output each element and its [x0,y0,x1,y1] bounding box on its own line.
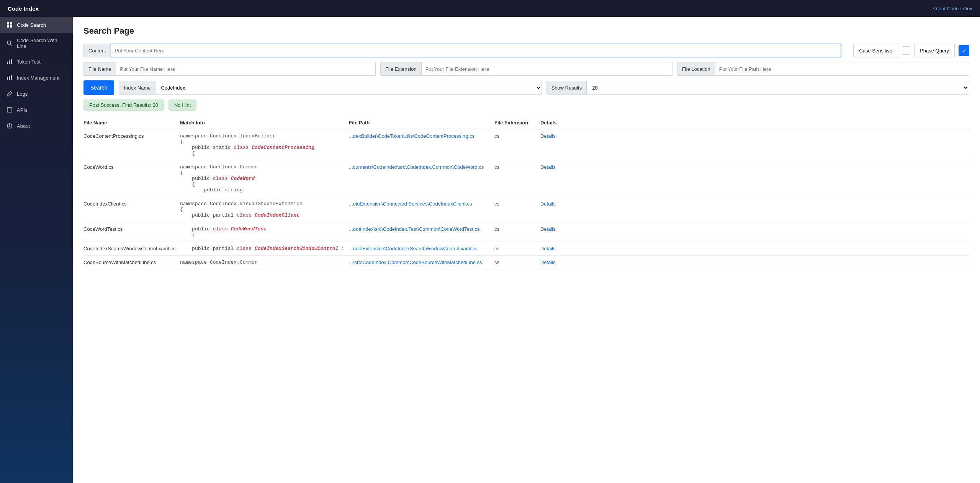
col-details: Details [540,117,969,129]
sidebar-item-about[interactable]: About [0,118,73,134]
cell-match-info: namespace CodeIndex.IndexBuilder { publi… [180,129,349,160]
table-row: CodeWord.cs namespace CodeIndex.Common {… [83,160,969,197]
content-input[interactable] [111,44,841,57]
sidebar-item-code-search-line[interactable]: Code Search With Line [0,33,73,54]
right-controls: Case Sensitive Phase Query ✓ [853,44,969,57]
details-link[interactable]: Details [540,133,556,139]
cell-extension: cs [494,222,540,242]
cell-file-name: CodeContentProcessing.cs [83,129,180,160]
col-file-path: File Path [349,117,494,129]
cell-file-path: ...cuments\CodeIndex\src\CodeIndex.Commo… [349,160,494,197]
top-bar: Code Index About Code Index [0,0,980,17]
cell-details[interactable]: Details [540,197,969,222]
show-results-label: Show Results [546,81,587,95]
app-body: Code Search Code Search With Line Token … [0,17,980,483]
sidebar-item-label: Token Test [17,59,41,65]
table-header-row: File Name Match Info File Path File Exte… [83,117,969,129]
sidebar-item-index-management[interactable]: Index Management [0,70,73,86]
svg-rect-6 [7,62,8,64]
sidebar-item-token-test[interactable]: Token Test [0,54,73,70]
cell-details[interactable]: Details [540,129,969,160]
sidebar-item-label: Logs [17,91,28,97]
cell-file-path: ...dioExtension\Connected Services\CodeI… [349,197,494,222]
cell-match-info: namespace CodeIndex.VisualStudioExtensio… [180,197,349,222]
cell-file-name: CodeSourceWithMatchedLine.cs [83,256,180,269]
page-title: Search Page [83,26,969,36]
phase-query-checkbox[interactable]: ✓ [959,45,969,56]
details-link[interactable]: Details [540,201,556,207]
svg-rect-0 [7,22,9,24]
cell-extension: cs [494,197,540,222]
file-name-input[interactable] [116,62,376,76]
col-extension: File Extension [494,117,540,129]
search-button[interactable]: Search [83,80,114,95]
cell-extension: cs [494,129,540,160]
box-icon [6,106,13,113]
cell-file-path: ...udioExtension\CodeIndexSearchWindowCo… [349,242,494,256]
sidebar-item-label: Code Search [17,22,46,28]
sidebar: Code Search Code Search With Line Token … [0,17,73,483]
svg-point-15 [10,125,10,125]
table-row: CodeContentProcessing.cs namespace CodeI… [83,129,969,160]
cell-details[interactable]: Details [540,242,969,256]
table-row: CodeSourceWithMatchedLine.cs namespace C… [83,256,969,269]
svg-rect-11 [11,75,12,80]
sidebar-item-logs[interactable]: Logs [0,86,73,102]
cell-details[interactable]: Details [540,160,969,197]
cell-file-name: CodeIndexSearchWindowControl.xaml.cs [83,242,180,256]
cell-details[interactable]: Details [540,256,969,269]
details-link[interactable]: Details [540,259,556,265]
show-results-select[interactable]: 20 50 100 [587,81,969,95]
table-row: CodeIndexClient.cs namespace CodeIndex.V… [83,197,969,222]
sidebar-item-code-search[interactable]: Code Search [0,17,73,33]
cell-file-path: ...odeIndex\src\CodeIndex.Test\Common\Co… [349,222,494,242]
col-match-info: Match Info [180,117,349,129]
cell-match-info: namespace CodeIndex.Common { public clas… [180,160,349,197]
svg-rect-1 [10,22,12,24]
sidebar-item-apis[interactable]: APIs [0,102,73,118]
file-extension-input[interactable] [422,62,672,76]
cell-file-name: CodeWordTest.cs [83,222,180,242]
hint-badge: No Hint [169,100,196,111]
status-badge: Post Success, Find Results: 20 [83,100,164,111]
table-row: CodeWordTest.cs public class CodeWordTes… [83,222,969,242]
about-code-index-link[interactable]: About Code Index [933,6,972,11]
sidebar-item-label: Code Search With Line [17,38,67,49]
bar-chart-2-icon [6,74,13,81]
svg-rect-9 [7,77,8,80]
search-icon [6,40,13,47]
cell-extension: cs [494,256,540,269]
file-location-label: File Location [677,62,715,76]
cell-file-path: ...dexBuilder\CodeTokenUtils\CodeContent… [349,129,494,160]
main-content: Search Page Content Case Sensitive Phase… [73,17,980,483]
details-link[interactable]: Details [540,164,556,170]
bar-chart-icon [6,58,13,65]
details-link[interactable]: Details [540,226,556,232]
svg-rect-12 [7,108,12,112]
info-icon [6,122,13,129]
table-row: CodeIndexSearchWindowControl.xaml.cs pub… [83,242,969,256]
case-sensitive-checkbox[interactable] [902,46,910,55]
phase-query-button[interactable]: Phase Query [914,44,955,57]
svg-line-5 [10,44,12,46]
file-location-input[interactable] [715,62,969,76]
svg-rect-10 [9,76,10,80]
col-file-name: File Name [83,117,180,129]
svg-rect-8 [11,59,12,64]
cell-file-name: CodeIndexClient.cs [83,197,180,222]
svg-rect-3 [10,25,12,28]
edit-icon [6,90,13,97]
index-name-label: Index Name [119,81,155,95]
cell-match-info: namespace CodeIndex.Common [180,256,349,269]
cell-match-info: public partial class CodeIndexSearchWind… [180,242,349,256]
sidebar-item-label: APIs [17,107,27,113]
case-sensitive-button[interactable]: Case Sensitive [853,44,898,57]
details-link[interactable]: Details [540,246,556,251]
results-table: File Name Match Info File Path File Exte… [83,117,969,269]
index-name-select[interactable]: CodeIndex [155,81,542,95]
svg-rect-2 [7,25,9,28]
cell-details[interactable]: Details [540,222,969,242]
sidebar-item-label: Index Management [17,75,59,81]
cell-match-info: public class CodeWordTest { [180,222,349,242]
grid-icon [6,21,13,28]
